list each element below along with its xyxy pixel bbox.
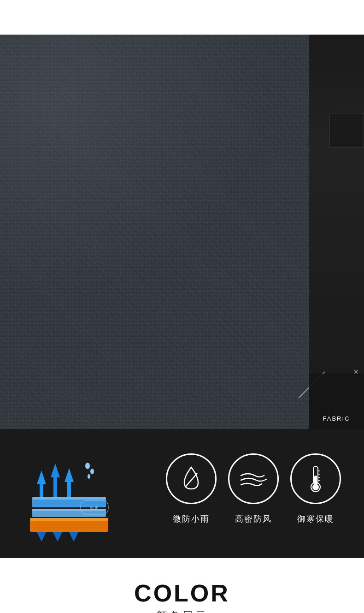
svg-point-5	[88, 474, 90, 479]
fabric-thumbnail	[329, 113, 364, 148]
thermometer-icon	[292, 455, 340, 503]
thermometer-svg	[306, 464, 325, 494]
wind-icon	[229, 455, 277, 503]
fabric-label-text: FABRIC	[323, 415, 350, 422]
color-section: COLOR 颜色展示 SIBANU / ORIGINAL HOMEMADE	[0, 558, 364, 613]
color-subtitle: 颜色展示	[156, 609, 208, 613]
svg-rect-14	[30, 518, 108, 521]
top-bar	[0, 0, 364, 35]
svg-marker-18	[37, 532, 46, 542]
color-title: COLOR	[134, 581, 230, 605]
drop-svg	[180, 465, 203, 493]
feature-label-rain: 微防小雨	[166, 513, 217, 524]
features-section: 防水	[0, 429, 364, 558]
feature-circle-wind	[228, 453, 279, 504]
rain-icon	[167, 455, 215, 503]
fabric-layer-svg: 防水	[28, 443, 120, 542]
main-image-section: × — FABRIC	[0, 35, 364, 429]
svg-marker-0	[37, 470, 46, 498]
svg-marker-20	[69, 532, 78, 542]
svg-point-3	[85, 463, 90, 469]
feature-icons-group: 微防小雨 高密防风 御寒保暖	[166, 453, 341, 524]
feature-labels-row: 微防小雨 高密防风 御寒保暖	[166, 513, 341, 524]
svg-text:防水: 防水	[90, 506, 99, 511]
feature-circles-row	[166, 453, 341, 504]
fabric-diagram-inner: 防水	[28, 443, 115, 535]
feature-label-wind: 高密防风	[228, 513, 279, 524]
fabric-label-container: FABRIC	[309, 374, 364, 429]
feature-circle-warmth	[290, 453, 341, 504]
svg-marker-1	[51, 464, 60, 498]
feature-label-warmth: 御寒保暖	[290, 513, 341, 524]
svg-rect-26	[314, 476, 317, 485]
svg-point-27	[312, 484, 319, 490]
fabric-texture-main	[0, 35, 309, 429]
svg-line-23	[185, 473, 197, 487]
fabric-diagram: 防水	[23, 438, 120, 540]
svg-marker-2	[65, 468, 74, 498]
svg-marker-19	[53, 532, 62, 542]
svg-rect-7	[32, 497, 106, 500]
wind-svg	[239, 467, 269, 490]
svg-point-4	[90, 469, 94, 474]
feature-circle-rain	[166, 453, 217, 504]
